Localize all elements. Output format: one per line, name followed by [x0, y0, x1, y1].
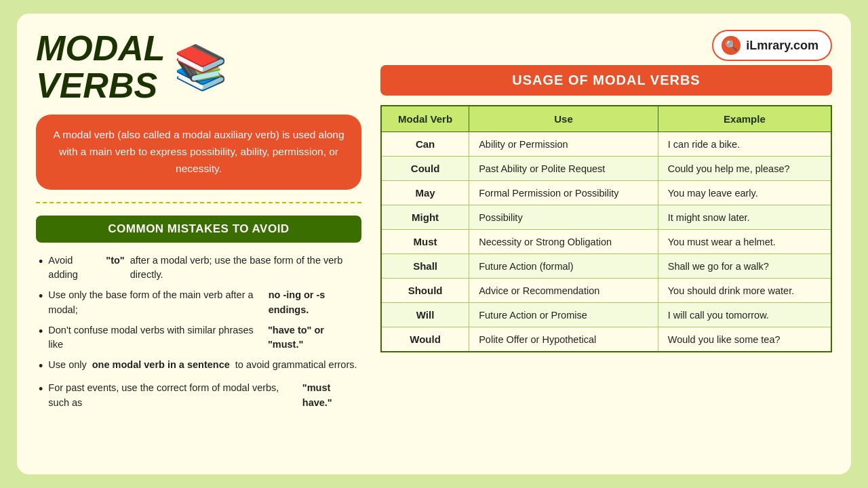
cell-use: Possibility — [469, 205, 658, 230]
col-header-verb: Modal Verb — [381, 106, 469, 132]
cell-use: Polite Offer or Hypothetical — [469, 327, 658, 352]
cell-example: It might snow later. — [658, 205, 831, 230]
mistakes-header: COMMON MISTAKES TO AVOID — [36, 216, 361, 243]
table-row: WouldPolite Offer or HypotheticalWould y… — [381, 327, 831, 352]
table-title: USAGE OF MODAL VERBS — [380, 65, 832, 96]
list-item: For past events, use the correct form of… — [39, 381, 359, 411]
definition-text: A modal verb (also called a modal auxili… — [53, 129, 344, 174]
cell-use: Necessity or Strong Obligation — [469, 230, 658, 254]
list-item: Use only one modal verb in a sentence to… — [39, 358, 359, 375]
table-row: ShallFuture Action (formal)Shall we go f… — [381, 254, 831, 279]
divider — [36, 202, 361, 203]
mistakes-list: Avoid adding "to" after a modal verb; us… — [36, 253, 361, 411]
cell-example: You may leave early. — [658, 181, 831, 205]
list-item: Don't confuse modal verbs with similar p… — [39, 323, 359, 353]
cell-verb: Shall — [381, 254, 469, 279]
table-row: MightPossibilityIt might snow later. — [381, 205, 831, 230]
search-icon: 🔍 — [722, 36, 741, 55]
table-row: WillFuture Action or PromiseI will call … — [381, 303, 831, 327]
cell-example: Would you like some tea? — [658, 327, 831, 352]
table-row: CanAbility or PermissionI can ride a bik… — [381, 132, 831, 157]
table-header-row: Modal Verb Use Example — [381, 106, 831, 132]
col-header-example: Example — [658, 106, 831, 132]
cell-verb: May — [381, 181, 469, 205]
cell-use: Past Ability or Polite Request — [469, 157, 658, 181]
cell-example: Shall we go for a walk? — [658, 254, 831, 279]
main-card: MODAL VERBS 📚 A modal verb (also called … — [17, 14, 851, 474]
definition-box: A modal verb (also called a modal auxili… — [36, 115, 361, 189]
table-row: CouldPast Ability or Polite RequestCould… — [381, 157, 831, 181]
right-panel: 🔍 iLmrary.com USAGE OF MODAL VERBS Modal… — [380, 30, 832, 458]
cell-verb: Could — [381, 157, 469, 181]
title-area: MODAL VERBS 📚 — [36, 30, 361, 104]
cell-example: You must wear a helmet. — [658, 230, 831, 254]
cell-use: Future Action or Promise — [469, 303, 658, 327]
modal-verbs-table: Modal Verb Use Example CanAbility or Per… — [380, 105, 832, 352]
cell-use: Formal Permission or Possibility — [469, 181, 658, 205]
cell-verb: Will — [381, 303, 469, 327]
cell-use: Ability or Permission — [469, 132, 658, 157]
page-title: MODAL VERBS — [36, 30, 165, 104]
cell-example: I can ride a bike. — [658, 132, 831, 157]
col-header-use: Use — [469, 106, 658, 132]
list-item: Avoid adding "to" after a modal verb; us… — [39, 253, 359, 283]
cell-verb: Can — [381, 132, 469, 157]
cell-example: Could you help me, please? — [658, 157, 831, 181]
cell-use: Advice or Recommendation — [469, 279, 658, 303]
list-item: Use only the base form of the main verb … — [39, 288, 359, 318]
book-icon: 📚 — [174, 45, 228, 89]
cell-example: You should drink more water. — [658, 279, 831, 303]
table-row: ShouldAdvice or RecommendationYou should… — [381, 279, 831, 303]
table-row: MayFormal Permission or PossibilityYou m… — [381, 181, 831, 205]
cell-verb: Would — [381, 327, 469, 352]
table-row: MustNecessity or Strong ObligationYou mu… — [381, 230, 831, 254]
cell-use: Future Action (formal) — [469, 254, 658, 279]
site-badge: 🔍 iLmrary.com — [712, 30, 832, 61]
cell-example: I will call you tomorrow. — [658, 303, 831, 327]
left-panel: MODAL VERBS 📚 A modal verb (also called … — [36, 30, 361, 458]
cell-verb: Might — [381, 205, 469, 230]
cell-verb: Must — [381, 230, 469, 254]
cell-verb: Should — [381, 279, 469, 303]
site-label: iLmrary.com — [746, 39, 818, 53]
